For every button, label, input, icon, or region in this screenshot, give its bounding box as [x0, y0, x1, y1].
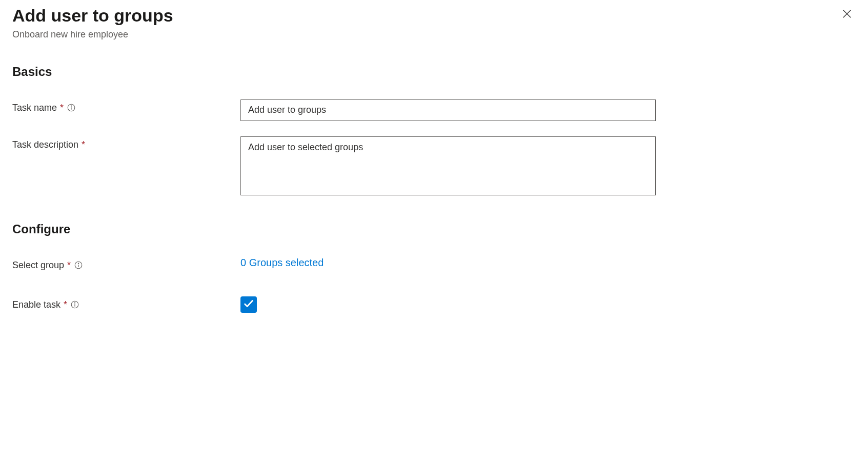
- task-description-input[interactable]: [240, 136, 656, 195]
- close-icon: [841, 8, 853, 21]
- task-description-label: Task description: [12, 139, 78, 150]
- task-name-label: Task name: [12, 103, 57, 113]
- svg-point-7: [78, 263, 78, 264]
- task-name-input[interactable]: [240, 99, 656, 121]
- svg-point-4: [71, 106, 71, 106]
- page-title: Add user to groups: [12, 5, 173, 26]
- checkmark-icon: [243, 298, 254, 311]
- info-icon[interactable]: [70, 300, 79, 309]
- page-subtitle: Onboard new hire employee: [12, 29, 173, 40]
- info-icon[interactable]: [74, 260, 83, 270]
- required-indicator: *: [64, 299, 67, 310]
- svg-point-10: [74, 303, 75, 303]
- required-indicator: *: [82, 139, 85, 150]
- info-icon[interactable]: [67, 103, 76, 112]
- select-group-label: Select group: [12, 260, 64, 271]
- enable-task-label: Enable task: [12, 299, 60, 310]
- basics-heading: Basics: [12, 65, 856, 79]
- configure-heading: Configure: [12, 222, 856, 236]
- close-button[interactable]: [838, 5, 856, 24]
- required-indicator: *: [67, 260, 71, 271]
- enable-task-checkbox[interactable]: [240, 296, 257, 313]
- required-indicator: *: [60, 103, 64, 113]
- select-group-link[interactable]: 0 Groups selected: [240, 257, 324, 268]
